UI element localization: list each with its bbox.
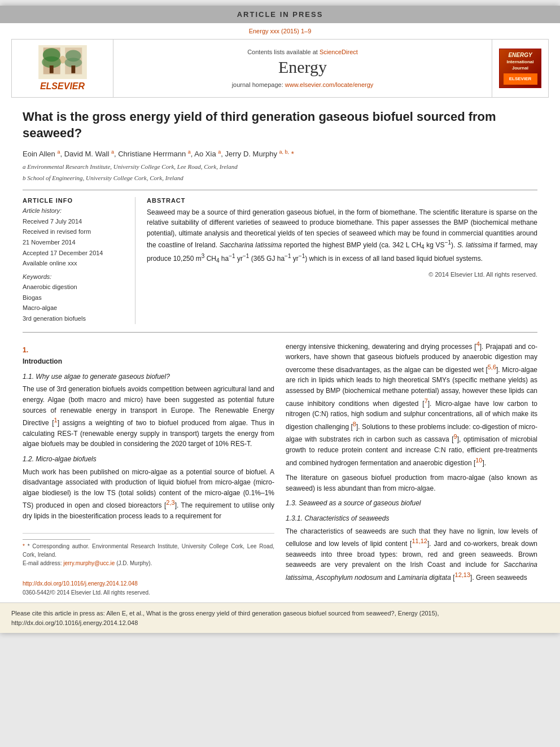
footnote-email-label: E-mail address: [23, 560, 63, 566]
ref-10: 10 [475, 457, 482, 464]
revised-date: 21 November 2014 [23, 237, 127, 248]
ref-4: 4 [476, 340, 480, 347]
ref-7: 7 [425, 397, 428, 404]
sub3-sub1-para: The characteristics of seaweeds are such… [286, 526, 537, 583]
article-info-col: ARTICLE INFO Article history: Received 7… [23, 197, 135, 324]
abstract-col: ABSTRACT Seaweed may be a source of thir… [147, 197, 537, 324]
elsevier-text: ELSEVIER [40, 81, 85, 91]
sup-a3: a [188, 149, 191, 155]
energy-logo-subtitle: ENERGY [508, 52, 532, 58]
available-online: Available online xxx [23, 258, 127, 269]
body-right-col: energy intensive thickening, dewatering … [286, 339, 537, 597]
sup-a4: a [218, 149, 221, 155]
article-in-press-banner: ARTICLE IN PRESS [0, 6, 560, 23]
homepage-line: journal homepage: www.elsevier.com/locat… [232, 81, 374, 88]
citation-text: Please cite this article in press as: Al… [11, 610, 439, 626]
footnote-issn: 0360-5442/© 2014 Elsevier Ltd. All right… [23, 588, 274, 597]
keywords-label: Keywords: [23, 273, 127, 280]
sup-a1: a [57, 149, 60, 155]
sub1-para1: The use of 3rd generation biofuels avoid… [23, 384, 274, 449]
divider-2 [23, 332, 537, 333]
right-para2: The literature on gaseous biofuel produc… [286, 473, 537, 493]
ref-56: 5,6 [488, 364, 496, 370]
main-content: What is the gross energy yield of third … [0, 98, 560, 602]
article-info-heading: ARTICLE INFO [23, 197, 127, 204]
abstract-heading: ABSTRACT [147, 197, 537, 204]
sup-a5: a, b, [279, 149, 290, 155]
sciencedirect-label: Contents lists available at [247, 49, 320, 55]
footnote-corresponding: * * Corresponding author. Environmental … [23, 542, 274, 559]
homepage-link[interactable]: www.elsevier.com/locate/energy [285, 81, 374, 88]
energy-logo-bar: ELSEVIER [504, 73, 537, 85]
energy-logo-detail: InternationalJournal [506, 59, 533, 71]
divider-1 [23, 190, 537, 190]
keyword-3: Macro-algae [23, 303, 127, 313]
sciencedirect-link[interactable]: ScienceDirect [320, 49, 358, 55]
section-1-title: Introduction [23, 356, 274, 367]
journal-header: Energy xxx (2015) 1–9 [0, 23, 560, 39]
abstract-text: Seaweed may be a source of third generat… [147, 207, 537, 266]
keyword-2: Biogas [23, 292, 127, 303]
svg-point-9 [59, 56, 65, 64]
sub3-sub1-num: 1.3.1. [286, 514, 303, 522]
subsection-1-2-title: 1.2. Micro-algae biofuels [23, 454, 274, 465]
elsevier-logo: ELSEVIER [37, 45, 88, 91]
footnote-email-name: (J.D. Murphy). [116, 560, 152, 566]
header-left: ELSEVIER [12, 40, 113, 97]
sub3-title: Seaweed as a source of gaseous biofuel [299, 499, 421, 507]
authors-line: Eoin Allen a, David M. Wall a, Christian… [23, 149, 537, 158]
banner-text: ARTICLE IN PRESS [237, 10, 323, 19]
history-label: Article history: [23, 207, 127, 214]
citation-bar: Please cite this article in press as: Al… [0, 602, 560, 633]
footnote-doi-link[interactable]: http://dx.doi.org/10.1016/j.energy.2014.… [23, 580, 138, 587]
sciencedirect-line: Contents lists available at ScienceDirec… [247, 49, 358, 55]
sub1-title: Why use algae to generate gaseous biofue… [36, 373, 170, 381]
sub1-num: 1.1. [23, 373, 34, 381]
sub2-para1: Much work has been published on micro-al… [23, 467, 274, 522]
footnote-area: * * Corresponding author. Environmental … [23, 533, 274, 597]
svg-rect-8 [71, 65, 75, 73]
subsection-1-3-title: 1.3. Seaweed as a source of gaseous biof… [286, 498, 537, 509]
homepage-label: journal homepage: [232, 81, 285, 88]
affiliation-a: a Environmental Research Institute, Univ… [23, 162, 537, 172]
accepted-date: Accepted 17 December 2014 [23, 248, 127, 259]
ref-1213: 12,13 [455, 571, 471, 578]
ref-2: 2,3 [166, 499, 174, 506]
sub3-num: 1.3. [286, 499, 297, 507]
journal-title: Energy [278, 58, 327, 77]
footnote-corresponding-text: * Corresponding author. Environmental Re… [23, 543, 274, 558]
subsection-1-1-title: 1.1. Why use algae to generate gaseous b… [23, 372, 274, 382]
keyword-4: 3rd generation biofuels [23, 313, 127, 324]
footnote-email-link[interactable]: jerry.murphy@ucc.ie [63, 560, 115, 566]
sub2-num: 1.2. [23, 455, 34, 463]
ref-9: 9 [454, 433, 457, 440]
header-center: Contents lists available at ScienceDirec… [113, 40, 492, 97]
footnote-email-line: E-mail address: jerry.murphy@ucc.ie (J.D… [23, 559, 274, 567]
svg-rect-4 [49, 65, 53, 73]
doi-line: Energy xxx (2015) 1–9 [11, 28, 549, 34]
sub2-title: Micro-algae biofuels [36, 455, 96, 463]
right-para1: energy intensive thickening, dewatering … [286, 339, 537, 469]
asterisk-mark: * [291, 150, 294, 159]
article-title: What is the gross energy yield of third … [23, 109, 537, 141]
header-box: ELSEVIER Contents lists available at Sci… [11, 39, 549, 98]
elsevier-tree-icon [37, 45, 88, 79]
footnote-divider [23, 539, 90, 540]
ref-1112: 11,12 [412, 538, 427, 544]
received-revised-label: Received in revised form [23, 226, 127, 237]
footnote-blank [23, 570, 274, 578]
sup-a2: a [111, 149, 114, 155]
section-1-num: 1. [23, 345, 274, 356]
ref-1: 1 [54, 417, 58, 423]
article-body: ARTICLE INFO Article history: Received 7… [23, 197, 537, 324]
header-right: ENERGY InternationalJournal ELSEVIER [492, 40, 548, 97]
body-left-col: 1. Introduction 1.1. Why use algae to ge… [23, 339, 274, 597]
ref-8: 8 [353, 421, 356, 427]
keyword-1: Anaerobic digestion [23, 282, 127, 292]
received-date: Received 7 July 2014 [23, 216, 127, 227]
page: ARTICLE IN PRESS Energy xxx (2015) 1–9 [0, 6, 560, 633]
affiliation-b: b School of Engineering, University Coll… [23, 173, 537, 183]
body-columns: 1. Introduction 1.1. Why use algae to ge… [23, 339, 537, 597]
sub3-sub1-title: Characteristics of seaweeds [304, 514, 389, 522]
energy-logo-box: ENERGY InternationalJournal ELSEVIER [499, 49, 541, 88]
